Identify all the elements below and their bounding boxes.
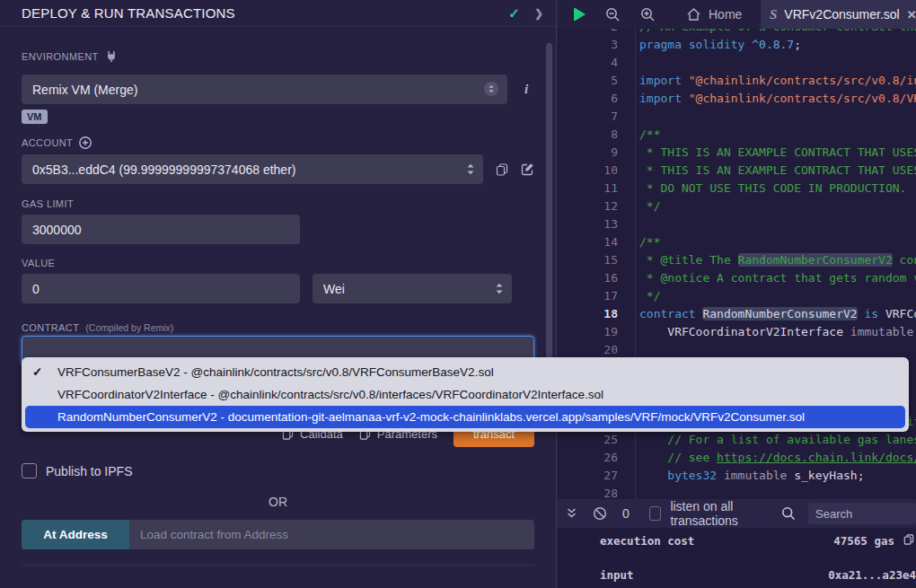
zoom-out-icon[interactable] [605, 7, 621, 22]
line-number: 7 [557, 108, 618, 126]
compile-success-check-icon: ✓ [508, 5, 520, 22]
code-line-5[interactable]: 5import "@chainlink/contracts/src/v0.8/i… [557, 72, 916, 90]
code-line-27[interactable]: 27 bytes32 immutable s_keyHash; [557, 467, 916, 485]
line-number: 10 [557, 162, 618, 180]
code-line-10[interactable]: 10 * THIS IS AN EXAMPLE CONTRACT THAT US… [557, 162, 916, 180]
tab-vrfv2consumer[interactable]: S VRFv2Consumer.sol ✕ [761, 0, 916, 29]
copy-value-icon[interactable] [903, 534, 914, 549]
contract-option-label: RandomNumberConsumerV2 - documentation-g… [57, 410, 805, 424]
value-input[interactable] [22, 274, 300, 303]
code-line-3[interactable]: 3pragma solidity ^0.8.7; [557, 36, 916, 54]
gas-limit-input[interactable] [22, 215, 300, 244]
code-line-8[interactable]: 8/** [557, 126, 916, 144]
environment-select[interactable]: Remix VM (Merge) [22, 75, 507, 104]
tab-home[interactable]: Home [677, 0, 751, 29]
code-line-4[interactable]: 4 [557, 54, 916, 72]
home-icon [686, 7, 701, 22]
code-line-16[interactable]: 16 * @notice A contract that gets random… [557, 269, 916, 287]
publish-ipfs-checkbox[interactable] [22, 463, 37, 478]
code-line-11[interactable]: 11 * DO NOT USE THIS CODE IN PRODUCTION. [557, 180, 916, 197]
terminal-log-row: execution cost47565 gas [600, 534, 916, 549]
contract-sublabel: (Compiled by Remix) [85, 322, 173, 333]
panel-title: DEPLOY & RUN TRANSACTIONS [22, 5, 508, 21]
edit-account-pencil-icon[interactable] [521, 162, 534, 176]
line-content: */ [639, 197, 660, 215]
code-line-20[interactable]: 20 [557, 341, 916, 359]
plug-icon [105, 50, 118, 63]
publish-ipfs-label: Publish to IPFS [46, 464, 133, 478]
vm-badge: VM [22, 110, 48, 124]
deploy-run-panel: DEPLOY & RUN TRANSACTIONS ✓ ❯ ENVIRONMEN… [0, 0, 557, 588]
line-number: 8 [557, 126, 618, 144]
section-divider [22, 565, 534, 566]
run-play-icon[interactable] [574, 7, 586, 22]
code-line-19[interactable]: 19 VRFCoordinatorV2Interface immutable C… [557, 323, 916, 341]
gas-limit-label: GAS LIMIT [22, 198, 534, 209]
line-number: 12 [557, 197, 618, 215]
line-number: 6 [557, 90, 618, 108]
line-content: // see https://docs.chain.link/docs/vrf-… [639, 449, 916, 467]
line-number: 15 [557, 251, 618, 269]
line-number: 9 [557, 144, 618, 162]
code-line-7[interactable]: 7 [557, 108, 916, 126]
line-number: 14 [557, 233, 618, 251]
contract-option-1[interactable]: ✓VRFConsumerBaseV2 - @chainlink/contract… [22, 361, 909, 383]
line-content: * DO NOT USE THIS CODE IN PRODUCTION. [639, 180, 906, 197]
contract-option-2[interactable]: VRFCoordinatorV2Interface - @chainlink/c… [22, 383, 909, 406]
line-number: 3 [557, 36, 618, 54]
value-unit-select[interactable]: Wei [313, 274, 512, 303]
environment-label: ENVIRONMENT [22, 50, 534, 63]
editor-tab-bar: Home S VRFv2Consumer.sol ✕ [557, 0, 916, 29]
copy-account-icon[interactable] [496, 163, 508, 176]
line-content: import "@chainlink/contracts/src/v0.8/VR… [639, 90, 916, 108]
line-number: 5 [557, 72, 618, 90]
collapse-terminal-icon[interactable] [566, 507, 577, 520]
code-line-18[interactable]: 18contract RandomNumberConsumerV2 is VRF… [557, 305, 916, 323]
solidity-file-icon: S [770, 7, 777, 22]
code-line-17[interactable]: 17 */ [557, 287, 916, 305]
code-line-6[interactable]: 6import "@chainlink/contracts/src/v0.8/V… [557, 90, 916, 108]
close-tab-icon[interactable]: ✕ [907, 8, 916, 22]
transaction-count-badge: 0 [622, 506, 630, 521]
line-content: * @title The RandomNumberConsumerV2 cont… [639, 251, 916, 269]
line-content: * THIS IS AN EXAMPLE CONTRACT THAT USES … [639, 144, 916, 162]
at-address-button[interactable]: At Address [22, 520, 129, 549]
line-number: 16 [557, 269, 618, 287]
account-label: ACCOUNT [22, 136, 534, 149]
code-line-14[interactable]: 14/** [557, 233, 916, 251]
line-content: * THIS IS AN EXAMPLE CONTRACT THAT USES … [639, 162, 916, 180]
line-content: bytes32 immutable s_keyHash; [639, 467, 864, 485]
code-line-13[interactable]: 13 [557, 215, 916, 233]
panel-expand-chevron-icon[interactable]: ❯ [534, 7, 543, 20]
select-caret-icon [495, 282, 504, 298]
contract-option-3[interactable]: RandomNumberConsumerV2 - documentation-g… [25, 406, 905, 428]
at-address-input[interactable] [129, 520, 534, 549]
line-content: pragma solidity ^0.8.7; [639, 36, 801, 54]
log-label: execution cost [600, 534, 694, 548]
code-line-9[interactable]: 9 * THIS IS AN EXAMPLE CONTRACT THAT USE… [557, 144, 916, 162]
clear-console-icon[interactable] [593, 506, 607, 521]
code-line-15[interactable]: 15 * @title The RandomNumberConsumerV2 c… [557, 251, 916, 269]
terminal-search-input[interactable] [808, 503, 916, 524]
account-select[interactable]: 0x5B3...eddC4 (99.99999999997374068 ethe… [22, 154, 483, 184]
value-label: VALUE [22, 258, 534, 268]
code-line-26[interactable]: 26 // see https://docs.chain.link/docs/v… [557, 449, 916, 467]
zoom-in-icon[interactable] [640, 7, 656, 22]
code-line-25[interactable]: 25 // For a list of available gas lanes … [557, 431, 916, 449]
listen-all-transactions-checkbox[interactable] [649, 506, 662, 521]
add-account-plus-icon[interactable] [79, 136, 92, 149]
line-number: 27 [557, 467, 618, 485]
line-content: import "@chainlink/contracts/src/v0.8/in… [639, 72, 916, 90]
line-number: 19 [557, 323, 618, 341]
line-content: // For a list of available gas lanes on … [639, 431, 916, 449]
line-content: * @notice A contract that gets random va… [639, 269, 916, 287]
panel-scrollbar[interactable] [546, 43, 552, 388]
line-content: */ [639, 287, 660, 305]
line-number: 25 [557, 431, 618, 449]
contract-option-label: VRFConsumerBaseV2 - @chainlink/contracts… [57, 365, 494, 379]
terminal-toolbar: 0 listen on all transactions [557, 499, 916, 528]
log-value: 47565 gas [833, 534, 894, 549]
code-line-12[interactable]: 12 */ [557, 197, 916, 215]
environment-info-icon[interactable]: i [518, 82, 534, 97]
line-number: 26 [557, 449, 618, 467]
